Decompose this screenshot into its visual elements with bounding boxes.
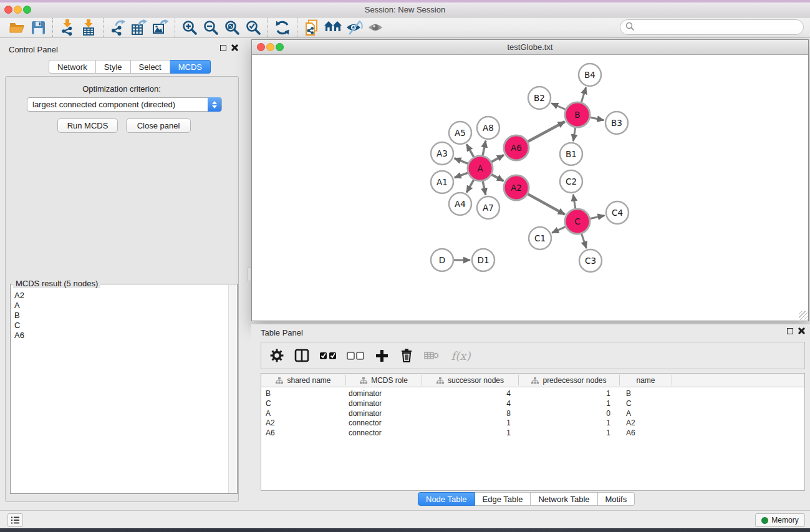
table-row[interactable]: Bdominator41B (261, 389, 804, 399)
node-table[interactable]: shared name MCDS role successor nodes pr… (261, 373, 805, 491)
graph-edge-A6-B[interactable] (528, 122, 564, 142)
graph-edge-A-A6[interactable] (491, 155, 504, 162)
graph-edge-A-A4[interactable] (466, 180, 473, 192)
cell-name[interactable]: A6 (626, 428, 670, 437)
zoom-fit-icon[interactable] (221, 18, 243, 37)
run-mcds-button[interactable]: Run MCDS (57, 118, 118, 133)
network-window-titlebar[interactable]: testGlobe.txt (252, 40, 808, 55)
column-header-predecessor-nodes[interactable]: predecessor nodes (519, 374, 619, 387)
graph-edge-C-C1[interactable] (552, 227, 566, 233)
export-table-icon[interactable] (128, 18, 150, 37)
search-field[interactable] (620, 19, 804, 35)
result-item[interactable]: A (14, 301, 228, 311)
mcds-result-list[interactable]: A2ABCA6 (11, 289, 228, 493)
cell-name[interactable]: B (626, 389, 670, 398)
tab-edge-table[interactable]: Edge Table (475, 492, 531, 506)
network-document-icon[interactable] (301, 18, 322, 37)
result-item[interactable]: C (14, 321, 228, 331)
cell-predecessors[interactable]: 1 (548, 389, 610, 398)
table-row[interactable]: A2connector11A2 (261, 418, 804, 428)
add-column-icon[interactable] (374, 347, 390, 364)
graph-edge-C-C3[interactable] (582, 234, 587, 248)
column-header-name[interactable]: name (620, 374, 672, 387)
cell-successors[interactable]: 1 (448, 418, 511, 427)
deselect-all-checkboxes-icon[interactable] (346, 347, 365, 364)
cell-predecessors[interactable]: 0 (548, 409, 610, 418)
graph-edge-A-A1[interactable] (455, 173, 468, 178)
close-panel-icon[interactable] (231, 44, 238, 51)
save-icon[interactable] (27, 18, 49, 37)
cell-successors[interactable]: 4 (448, 399, 511, 408)
tab-motifs[interactable]: Motifs (598, 492, 635, 506)
cell-shared_name[interactable]: C (266, 399, 340, 408)
graph-edge-A-A5[interactable] (466, 144, 473, 157)
table-row[interactable]: Adominator80A (261, 409, 804, 418)
export-network-icon[interactable] (107, 18, 128, 37)
refresh-icon[interactable] (272, 18, 293, 37)
graph-edge-B-B3[interactable] (591, 117, 604, 120)
splitter-grip[interactable] (248, 268, 251, 281)
cell-shared_name[interactable]: A (266, 409, 340, 418)
graph-edge-C-C2[interactable] (573, 195, 576, 209)
cell-predecessors[interactable]: 1 (548, 399, 610, 408)
hide-details-eye-icon[interactable] (344, 18, 365, 37)
cell-successors[interactable]: 1 (448, 428, 511, 437)
search-input[interactable] (637, 23, 803, 32)
open-folder-icon[interactable] (6, 18, 27, 37)
column-header-successor-nodes[interactable]: successor nodes (422, 374, 518, 387)
tab-network-table[interactable]: Network Table (531, 492, 597, 506)
graph-edge-A-A8[interactable] (483, 141, 486, 156)
tab-style[interactable]: Style (96, 60, 131, 74)
cell-successors[interactable]: 4 (448, 389, 511, 398)
float-table-panel-icon[interactable] (787, 328, 793, 334)
cell-predecessors[interactable]: 1 (548, 418, 610, 427)
zoom-in-icon[interactable] (179, 18, 200, 37)
zoom-selected-icon[interactable] (243, 18, 264, 37)
cell-name[interactable]: A2 (626, 418, 670, 427)
result-scrollbar[interactable] (228, 285, 236, 493)
column-header-shared-name[interactable]: shared name (261, 374, 345, 387)
home-icon[interactable] (322, 18, 344, 37)
graph-edge-C-C4[interactable] (591, 215, 605, 218)
network-graph[interactable]: B4B2BB3A5A8A6A3B1AA1C2A2A4A7C4CC1C3DD1 (252, 55, 808, 321)
graph-edge-B-B4[interactable] (581, 87, 586, 102)
cell-predecessors[interactable]: 1 (548, 428, 610, 437)
tab-mcds[interactable]: MCDS (170, 60, 211, 74)
cell-mcds_role[interactable]: connector (349, 418, 417, 427)
cell-mcds_role[interactable]: dominator (349, 389, 417, 398)
table-row[interactable]: A6connector11A6 (261, 428, 804, 438)
delete-columns-trash-icon[interactable] (398, 347, 415, 364)
cell-mcds_role[interactable]: dominator (349, 399, 417, 408)
cell-mcds_role[interactable]: connector (349, 428, 417, 437)
network-canvas[interactable]: B4B2BB3A5A8A6A3B1AA1C2A2A4A7C4CC1C3DD1 (252, 55, 808, 321)
graph-edge-A-A3[interactable] (455, 158, 468, 164)
graph-edge-A-A7[interactable] (483, 181, 486, 195)
graph-edge-A-A2[interactable] (492, 175, 504, 181)
import-network-icon[interactable] (57, 18, 78, 37)
result-item[interactable]: B (14, 311, 228, 321)
memory-button[interactable]: Memory (755, 513, 805, 527)
cell-mcds_role[interactable]: dominator (349, 409, 417, 418)
result-item[interactable]: A6 (14, 331, 228, 341)
window-resize-grip[interactable] (799, 311, 808, 320)
export-image-icon[interactable] (150, 18, 171, 37)
cell-name[interactable]: A (626, 409, 670, 418)
tab-node-table[interactable]: Node Table (418, 492, 475, 506)
zoom-out-icon[interactable] (200, 18, 221, 37)
cell-name[interactable]: C (626, 399, 670, 408)
float-panel-icon[interactable] (220, 45, 226, 51)
graph-edge-A2-C[interactable] (528, 194, 564, 215)
close-panel-button[interactable]: Close panel (126, 118, 191, 133)
column-header-mcds-role[interactable]: MCDS role (346, 374, 422, 387)
eye-icon[interactable] (365, 18, 386, 37)
cell-shared_name[interactable]: A6 (266, 428, 340, 437)
cell-shared_name[interactable]: B (266, 389, 340, 398)
criterion-dropdown[interactable]: largest connected component (directed) (27, 97, 222, 112)
import-table-icon[interactable] (78, 18, 99, 37)
graph-edge-B-B2[interactable] (551, 103, 566, 109)
show-column-icon[interactable] (294, 347, 310, 364)
table-row[interactable]: Cdominator41C (261, 399, 804, 409)
close-table-panel-icon[interactable] (798, 327, 805, 334)
result-item[interactable]: A2 (14, 291, 228, 301)
settings-gear-icon[interactable] (269, 347, 285, 364)
